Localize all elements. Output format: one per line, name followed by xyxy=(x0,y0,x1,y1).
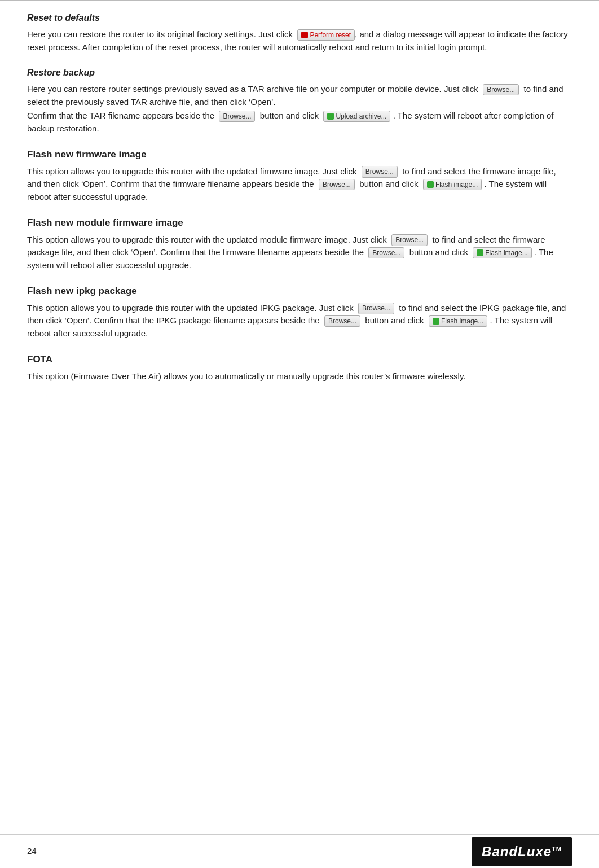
section-reset-to-defaults: Reset to defaults Here you can restore t… xyxy=(27,11,572,54)
green-arrow-icon xyxy=(327,113,334,120)
flash-image-button-mod[interactable]: Flash image... xyxy=(473,247,531,259)
flash-ipkg-text3: button and click xyxy=(365,315,424,325)
flash-module-para: This option allows you to upgrade this r… xyxy=(27,234,572,272)
green-arrow-icon-fw xyxy=(427,181,434,188)
section-title-flash-module: Flash new module firmware image xyxy=(27,216,572,230)
page-footer: 24 BandLuxeTM xyxy=(0,834,599,868)
upload-archive-label: Upload archive... xyxy=(336,112,386,121)
restore-text2-mid: button and click xyxy=(260,111,319,120)
browse-button-fw1[interactable]: Browse... xyxy=(362,166,398,178)
section-title-flash-ipkg: Flash new ipkg package xyxy=(27,284,572,299)
upload-archive-button[interactable]: Upload archive... xyxy=(323,111,390,122)
browse-button-mod1[interactable]: Browse... xyxy=(391,234,428,246)
section-restore-backup: Restore backup Here you can restore rout… xyxy=(27,66,572,135)
reset-text-start: Here you can restore the router to its o… xyxy=(27,29,293,39)
flash-image-label-mod: Flash image... xyxy=(485,248,527,258)
trademark-symbol: TM xyxy=(552,845,562,852)
page-container: Reset to defaults Here you can restore t… xyxy=(0,0,599,440)
browse-button-1[interactable]: Browse... xyxy=(483,84,519,96)
flash-mod-text1: This option allows you to upgrade this r… xyxy=(27,235,387,244)
section-flash-ipkg: Flash new ipkg package This option allow… xyxy=(27,284,572,340)
section-flash-firmware: Flash new firmware image This option all… xyxy=(27,147,572,203)
restore-para2: Confirm that the TAR filename appears be… xyxy=(27,109,572,135)
section-fota: FOTA This option (Firmware Over The Air)… xyxy=(27,352,572,383)
section-title-reset: Reset to defaults xyxy=(27,11,572,25)
section-title-restore: Restore backup xyxy=(27,66,572,80)
brand-name: BandLuxe xyxy=(482,844,552,859)
browse-button-ipkg2[interactable]: Browse... xyxy=(324,315,360,327)
flash-mod-text3: button and click xyxy=(409,247,468,257)
flash-ipkg-text1: This option allows you to upgrade this r… xyxy=(27,303,354,313)
section-title-fota: FOTA xyxy=(27,352,572,367)
perform-reset-button[interactable]: Perform reset xyxy=(297,29,355,41)
flash-fw-text1: This option allows you to upgrade this r… xyxy=(27,166,356,176)
flash-image-label-fw: Flash image... xyxy=(435,180,478,190)
fota-para: This option (Firmware Over The Air) allo… xyxy=(27,370,572,383)
restore-para1: Here you can restore router settings pre… xyxy=(27,83,572,108)
flash-fw-text3: button and click xyxy=(359,179,418,188)
flash-firmware-para: This option allows you to upgrade this r… xyxy=(27,165,572,204)
flash-image-label-ipkg: Flash image... xyxy=(441,317,483,326)
green-arrow-icon-ipkg xyxy=(433,318,439,325)
brandluxe-logo: BandLuxeTM xyxy=(472,837,572,866)
section-title-flash-firmware: Flash new firmware image xyxy=(27,147,572,162)
perform-reset-label: Perform reset xyxy=(310,30,351,40)
red-x-icon xyxy=(301,32,308,38)
browse-button-ipkg1[interactable]: Browse... xyxy=(358,303,394,314)
flash-image-button-fw[interactable]: Flash image... xyxy=(423,179,482,191)
browse-button-mod2[interactable]: Browse... xyxy=(368,247,404,259)
flash-image-button-ipkg[interactable]: Flash image... xyxy=(429,315,487,327)
browse-button-fw2[interactable]: Browse... xyxy=(319,179,355,191)
green-arrow-icon-mod xyxy=(477,249,483,256)
flash-ipkg-para: This option allows you to upgrade this r… xyxy=(27,302,572,340)
restore-text1: Here you can restore router settings pre… xyxy=(27,84,478,94)
page-number: 24 xyxy=(27,845,37,858)
restore-text2-start: Confirm that the TAR filename appears be… xyxy=(27,111,214,120)
reset-para: Here you can restore the router to its o… xyxy=(27,28,572,54)
section-flash-module: Flash new module firmware image This opt… xyxy=(27,216,572,271)
browse-button-2[interactable]: Browse... xyxy=(219,111,255,122)
